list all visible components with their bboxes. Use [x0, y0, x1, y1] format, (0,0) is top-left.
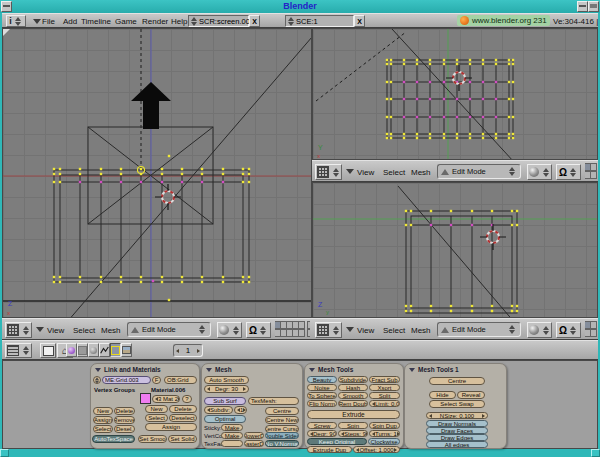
viewport-type-button[interactable] [315, 322, 342, 338]
vertcol-make-button[interactable]: Make [221, 432, 243, 439]
panel-header[interactable]: Mesh [206, 366, 232, 373]
vgroup-remove-button[interactable]: Remove [114, 416, 135, 424]
resize-grip-right[interactable] [591, 449, 600, 457]
select-menu[interactable]: Select [383, 326, 405, 335]
screen-delete-button[interactable]: X [249, 15, 260, 27]
subsurf-button[interactable]: Sub Surf [204, 397, 246, 405]
vgroup-new-button[interactable]: New [93, 407, 113, 415]
keep-original-toggle[interactable]: Keep Original [307, 438, 367, 445]
material-index-spinner[interactable]: 3 Mat 2 [152, 395, 180, 403]
panel-header[interactable]: Mesh Tools [309, 366, 353, 373]
scene-delete-button[interactable]: X [354, 15, 365, 27]
resize-grip-left[interactable] [0, 449, 9, 457]
context-script-button[interactable] [77, 343, 88, 357]
mode-selector[interactable]: Edit Mode [437, 322, 521, 337]
offset-spinner[interactable]: Offset: 1.000 [353, 446, 400, 453]
viewport-3d-side[interactable]: Z y [312, 182, 598, 318]
material-color-swatch[interactable] [140, 393, 151, 404]
split-button[interactable]: Split [369, 392, 400, 399]
select-menu[interactable]: Select [383, 168, 405, 177]
viewport-3d-top[interactable]: Y x [312, 28, 598, 160]
panel-header[interactable]: Link and Materials [95, 366, 161, 373]
centre-new-button[interactable]: Centre New [265, 416, 299, 424]
remove-doubles-button[interactable]: Rem Doub [338, 400, 368, 407]
material-deselect-button[interactable]: Deselect [169, 414, 197, 422]
window-shade-button[interactable] [577, 1, 588, 12]
select-swap-button[interactable]: Select Swap [429, 400, 485, 408]
to-sphere-button[interactable]: To Sphere [307, 392, 337, 399]
optimal-toggle[interactable]: Optimal [204, 415, 246, 423]
beauty-toggle[interactable]: Beauty [307, 376, 337, 383]
menu-render[interactable]: Render [142, 17, 168, 26]
layer-buttons[interactable] [585, 163, 597, 180]
spin-dup-button[interactable]: Spin Dup [369, 422, 400, 429]
window-type-button[interactable] [5, 343, 32, 358]
mesh-menu[interactable]: Mesh [411, 326, 431, 335]
app-window-type-button[interactable]: i [6, 15, 26, 27]
context-scene-button[interactable] [121, 343, 132, 357]
set-smooth-button[interactable]: Set Smoo [138, 435, 167, 443]
menu-add[interactable]: Add [63, 17, 77, 26]
viewport-type-button[interactable] [5, 322, 32, 338]
all-edges-toggle[interactable]: All edges [426, 441, 488, 448]
centre-button[interactable]: Centre [265, 407, 299, 415]
extrude-button[interactable]: Extrude [307, 410, 400, 419]
screen-selector[interactable]: SCR:screen.001 [188, 15, 249, 27]
degr-spinner[interactable]: Degr: 30 [204, 385, 249, 393]
layer-buttons[interactable] [585, 321, 597, 338]
draw-type-button[interactable] [527, 164, 552, 180]
header-collapse-icon[interactable] [36, 327, 44, 332]
header-collapse-icon[interactable] [346, 327, 354, 332]
mode-selector[interactable]: Edit Mode [127, 322, 211, 337]
split-handle[interactable] [3, 29, 10, 36]
mode-selector[interactable]: Edit Mode [437, 164, 521, 179]
vgroup-delete-button[interactable]: Delete [114, 407, 135, 415]
noise-button[interactable]: Noise [307, 384, 337, 391]
menu-help[interactable]: Help [171, 17, 187, 26]
sticky-make-button[interactable]: Make [221, 424, 243, 431]
view-menu[interactable]: View [47, 326, 64, 335]
screw-button[interactable]: Screw [307, 422, 337, 429]
texface-make-button[interactable] [221, 440, 243, 447]
material-new-button[interactable]: New [145, 405, 168, 413]
turns-spinner[interactable]: Turns: 1 [369, 430, 400, 437]
reveal-button[interactable]: Reveal [457, 391, 485, 399]
draw-edges-toggle[interactable]: Draw Edges [426, 434, 488, 441]
panel-header[interactable]: Mesh Tools 1 [409, 366, 459, 373]
window-close-button[interactable] [588, 1, 599, 12]
steps-spinner[interactable]: Steps: 9 [338, 430, 368, 437]
nsize-spinner[interactable]: NSize: 0.100 [426, 412, 488, 419]
spin-button[interactable]: Spin [338, 422, 368, 429]
material-help-button[interactable]: ? [182, 395, 192, 403]
limit-spinner[interactable]: Limit: 0.001 [369, 400, 400, 407]
texmesh-field[interactable]: TexMesh: [248, 397, 299, 405]
context-object-button[interactable] [99, 343, 110, 357]
faster-draw-button[interactable]: FasterDr [244, 440, 264, 447]
mesh-menu[interactable]: Mesh [411, 168, 431, 177]
autotexspace-button[interactable]: AutoTexSpace [92, 435, 135, 443]
hash-button[interactable]: Hash [338, 384, 368, 391]
xsort-button[interactable]: Xsort [369, 384, 400, 391]
double-sided-toggle[interactable]: Double Sided [265, 432, 299, 439]
draw-normals-toggle[interactable]: Draw Normals [426, 420, 488, 427]
viewport-type-button[interactable] [315, 164, 342, 180]
draw-type-button[interactable] [217, 322, 242, 338]
material-delete-button[interactable]: Delete [169, 405, 197, 413]
auto-smooth-button[interactable]: Auto Smooth [204, 376, 249, 384]
mesh-menu[interactable]: Mesh [101, 326, 121, 335]
layer-buttons[interactable] [275, 321, 310, 338]
material-assign-button[interactable]: Assign [145, 423, 197, 431]
vgroup-deselect-button[interactable]: Desel. [114, 425, 135, 433]
menu-game[interactable]: Game [115, 17, 137, 26]
scene-selector[interactable]: SCE:1 [285, 15, 354, 27]
clockwise-toggle[interactable]: Clockwise [368, 438, 400, 445]
viewport-3d-front[interactable]: Z x [2, 28, 312, 318]
select-menu[interactable]: Select [73, 326, 95, 335]
view-menu[interactable]: View [357, 168, 374, 177]
pivot-button[interactable]: Ω [246, 322, 271, 338]
hide-button[interactable]: Hide [429, 391, 456, 399]
menu-timeline[interactable]: Timeline [81, 17, 111, 26]
flip-normals-button[interactable]: Flip Norm [307, 400, 337, 407]
vgroup-select-button[interactable]: Select [93, 425, 113, 433]
vgroup-assign-button[interactable]: Assign [93, 416, 113, 424]
